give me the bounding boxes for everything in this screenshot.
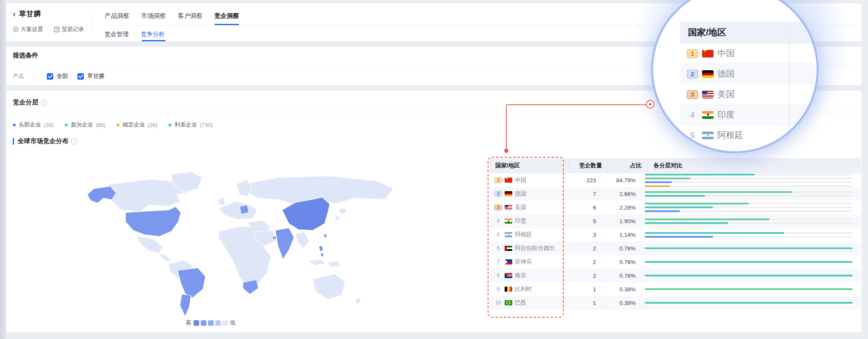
tier-bars-cell: [642, 201, 861, 214]
legend-count: (65): [96, 122, 106, 128]
country-cell: 1中国: [489, 173, 563, 187]
tab-product-insight[interactable]: 产品洞察: [105, 12, 129, 20]
map-legend-swatch: [194, 320, 199, 326]
checkbox-icon[interactable]: [77, 73, 84, 80]
percentage-value: 1.90%: [620, 218, 636, 224]
trade-records-button[interactable]: 贸易记录: [54, 26, 84, 33]
world-map[interactable]: [57, 159, 415, 319]
rank-badge: 3: [494, 204, 502, 210]
competitor-count: 1: [593, 300, 596, 306]
map-legend-swatch: [208, 320, 214, 326]
country-name: 巴西: [515, 299, 526, 307]
pct-cell: 1.90%: [602, 214, 642, 228]
legend-item-头部企业[interactable]: 头部企业(33): [13, 121, 54, 129]
bar-fill: [645, 222, 728, 224]
bar-track: [645, 236, 853, 238]
country-cell: 10巴西: [489, 296, 563, 310]
country-cell: 1中国: [687, 48, 735, 59]
in-flag-icon: [505, 218, 512, 224]
us-flag-icon: [505, 205, 512, 210]
tiers-title-text: 竞企分层: [13, 98, 38, 106]
country-name: 阿根廷: [717, 129, 743, 141]
magnifier-table-row: 3美国: [680, 84, 819, 105]
tab-market-insight[interactable]: 市场洞察: [141, 12, 166, 20]
left-gutter: [0, 0, 6, 339]
country-name: 比利时: [515, 285, 532, 293]
bar-track: [645, 181, 853, 183]
connector-ring: [646, 100, 654, 109]
country-table: 国家/地区 竞企数量 占比 各分层对比 1中国22384.79%2德国72.66…: [489, 158, 861, 310]
table-row: 1中国22384.79%: [489, 173, 861, 187]
tier-bars-cell: [642, 255, 861, 269]
info-icon[interactable]: [71, 138, 78, 145]
country-name: 美国: [515, 204, 526, 211]
main-tabs: 产品洞察 市场洞察 客户洞察 竞企洞察: [105, 7, 239, 25]
pct-cell: 0.38%: [602, 296, 642, 310]
bar-fill: [645, 275, 853, 276]
legend-item-稳定企业[interactable]: 稳定企业(26): [117, 121, 157, 129]
country-name: 阿根廷: [515, 231, 532, 238]
legend-item-新兴企业[interactable]: 新兴企业(65): [65, 121, 106, 129]
country-name: 德国: [717, 68, 735, 80]
za-flag-icon: [505, 273, 512, 278]
filter-row: 产品 全部 草甘膦: [13, 71, 114, 81]
col-header-count: 竞企数量: [569, 158, 608, 173]
tab-competitor-insight[interactable]: 竞企洞察: [214, 12, 239, 20]
map-legend-low: 低: [230, 319, 236, 327]
be-flag-icon: [505, 287, 512, 292]
rank-badge: 1: [687, 49, 698, 58]
info-icon[interactable]: [41, 99, 48, 106]
pct-cell: 1.14%: [602, 228, 642, 241]
checkbox-glyphosate[interactable]: 草甘膦: [77, 72, 105, 80]
pct-cell: 0.38%: [602, 282, 642, 296]
cn-flag-icon: [702, 49, 714, 57]
tab-customer-insight[interactable]: 客户洞察: [178, 12, 203, 20]
trade-records-label: 贸易记录: [62, 26, 84, 33]
plan-settings-label: 方案设置: [21, 26, 43, 33]
percentage-value: 0.76%: [620, 259, 636, 265]
competitor-count: 3: [593, 232, 596, 238]
country-cell: 3美国: [687, 89, 735, 100]
pct-cell: 2.66%: [602, 187, 642, 201]
table-row: 3美国62.28%: [489, 201, 861, 214]
country-name: 美国: [717, 89, 735, 100]
bar-track: [645, 222, 853, 224]
percentage-value: 0.76%: [620, 273, 636, 279]
tiers-title: 竞企分层: [13, 98, 48, 106]
count-cell: 7: [563, 187, 602, 201]
bar-fill: [645, 302, 853, 304]
table-row: 4印度51.90%: [489, 214, 861, 228]
legend-count: (730): [200, 122, 212, 128]
count-cell: 3: [563, 228, 602, 241]
rank-badge: 4: [494, 218, 502, 224]
plan-settings-button[interactable]: 方案设置: [13, 26, 43, 33]
percentage-value: 2.66%: [620, 191, 636, 197]
checkbox-icon[interactable]: [47, 73, 53, 80]
map-legend-swatch: [201, 320, 206, 326]
ae-flag-icon: [505, 246, 512, 251]
rank-badge: 4: [687, 110, 698, 119]
magnifier-table-row: 1中国: [680, 43, 819, 64]
tier-bars-cell: [642, 241, 861, 255]
rank-badge: 2: [494, 191, 502, 197]
back-icon[interactable]: ‹: [13, 9, 16, 18]
rank-badge: 5: [687, 131, 698, 140]
ar-flag-icon: [702, 131, 714, 139]
rank-badge: 3: [687, 90, 698, 99]
bar-track: [645, 185, 853, 187]
rank-badge: 5: [494, 232, 502, 238]
ar-flag-icon: [505, 232, 512, 237]
subtab-competitor-management[interactable]: 竞企管理: [105, 31, 128, 38]
col-header-country: 国家/地区: [489, 158, 569, 173]
count-cell: 223: [563, 173, 602, 187]
competitor-count: 2: [593, 245, 596, 252]
checkbox-all[interactable]: 全部: [47, 72, 68, 80]
percentage-value: 0.76%: [620, 245, 636, 252]
rank-badge: 1: [494, 177, 502, 183]
count-cell: 1: [563, 282, 602, 296]
subtab-competition-analysis[interactable]: 竞争分析: [141, 31, 165, 38]
map-legend-swatch: [215, 320, 221, 326]
legend-item-利基企业[interactable]: 利基企业(730): [168, 121, 212, 129]
vertical-divider: [93, 10, 93, 34]
rank-badge: 10: [494, 300, 502, 306]
